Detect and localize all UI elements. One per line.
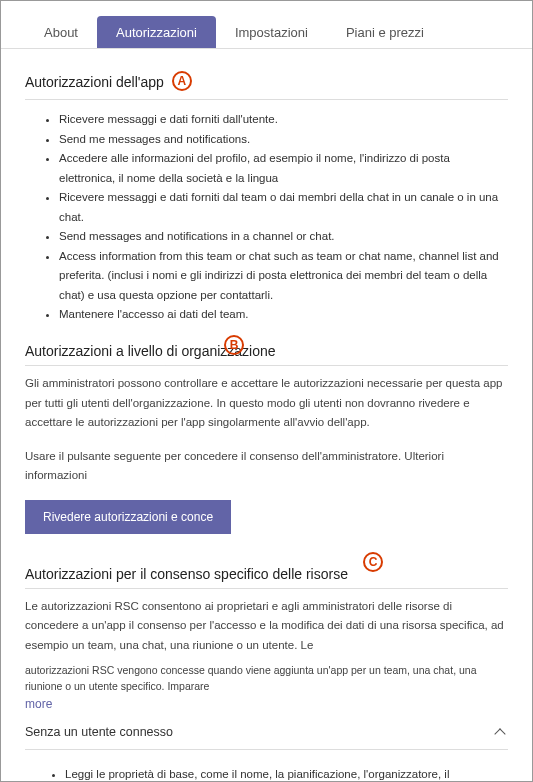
app-permissions-list: Ricevere messaggi e dati forniti dall'ut… [25, 100, 508, 331]
list-item: Ricevere messaggi e dati forniti dal tea… [59, 188, 508, 227]
more-link[interactable]: more [25, 697, 508, 711]
chevron-up-icon [494, 725, 508, 739]
tab-about[interactable]: About [25, 16, 97, 48]
section-org-body2: Usare il pulsante seguente per concedere… [25, 439, 508, 486]
section-app-title: Autorizzazioni dell'app A [25, 61, 508, 100]
content-area: Autorizzazioni dell'app A Ricevere messa… [1, 49, 532, 782]
section-org-body1: Gli amministratori possono controllare e… [25, 366, 508, 433]
list-item: Leggi le proprietà di base, come il nome… [65, 764, 508, 782]
list-item: Ricevere messaggi e dati forniti dall'ut… [59, 110, 508, 130]
review-permissions-button[interactable]: Rivedere autorizzazioni e conce [25, 500, 231, 534]
expander-no-user[interactable]: Senza un utente connesso [25, 711, 508, 750]
section-org-title: Autorizzazioni a livello di organizzazio… [25, 331, 508, 366]
list-item: Accedere alle informazioni del profilo, … [59, 149, 508, 188]
callout-b: B [224, 335, 244, 355]
section-rsc-body: Le autorizzazioni RSC consentono ai prop… [25, 589, 508, 656]
section-org-body2-text: Usare il pulsante seguente per concedere… [25, 450, 444, 482]
section-rsc-title: Autorizzazioni per il consenso specifico… [25, 554, 508, 589]
list-item: Send messages and notifications in a cha… [59, 227, 508, 247]
list-item: Access information from this team or cha… [59, 247, 508, 306]
no-user-list: Leggi le proprietà di base, come il nome… [25, 750, 508, 782]
list-item: Mantenere l'accesso ai dati del team. [59, 305, 508, 325]
section-rsc-title-text: Autorizzazioni per il consenso specifico… [25, 566, 348, 582]
callout-c: C [363, 552, 383, 572]
tab-bar: About Autorizzazioni Impostazioni Piani … [1, 1, 532, 49]
section-rsc-body-small: autorizzazioni RSC vengono concesse quan… [25, 655, 508, 695]
section-app-title-text: Autorizzazioni dell'app [25, 74, 164, 90]
expander-no-user-label: Senza un utente connesso [25, 725, 173, 739]
callout-a: A [172, 71, 192, 91]
list-item: Send me messages and notifications. [59, 130, 508, 150]
tab-plans[interactable]: Piani e prezzi [327, 16, 443, 48]
tab-permissions[interactable]: Autorizzazioni [97, 16, 216, 48]
tab-settings[interactable]: Impostazioni [216, 16, 327, 48]
